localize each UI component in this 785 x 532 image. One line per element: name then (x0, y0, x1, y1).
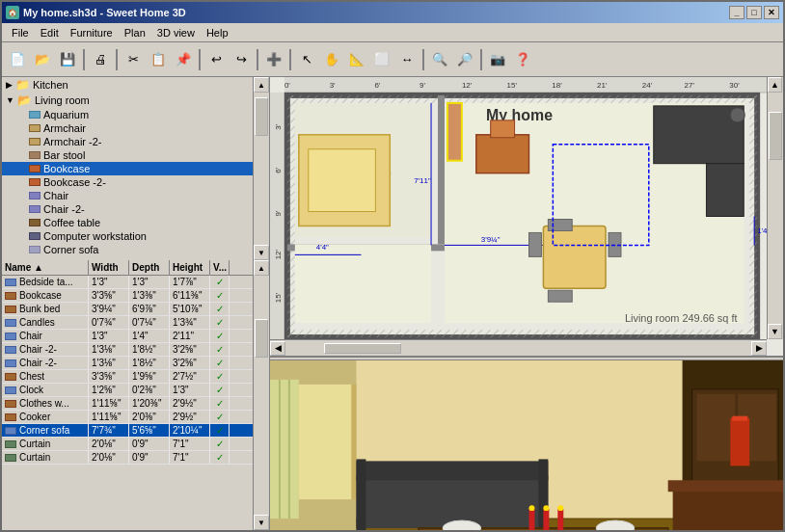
cell-height: 7'1" (170, 438, 210, 450)
vscroll-down[interactable]: ▼ (768, 324, 782, 339)
window-controls: _ □ ✕ (729, 6, 779, 19)
menu-3dview[interactable]: 3D view (151, 25, 201, 40)
svg-rect-25 (287, 95, 295, 337)
floorplan-vscrollbar[interactable]: ▲ ▼ (767, 77, 783, 339)
tree-item-aquarium[interactable]: Aquarium (2, 108, 253, 121)
props-row[interactable]: Corner sofa 7'7¾" 5'6⅝" 2'10¼" ✓ (2, 424, 253, 438)
hscroll-track[interactable] (285, 343, 751, 354)
props-row[interactable]: Cooker 1'11⅝" 2'0⅜" 2'9½" ✓ (2, 411, 253, 424)
cell-width: 7'7¾" (89, 424, 129, 437)
tree-item-chair[interactable]: Chair (2, 189, 253, 202)
tree-scroll-thumb[interactable] (255, 97, 268, 136)
tree-item-bookcase[interactable]: Bookcase (2, 162, 253, 175)
floor-plan[interactable]: 0' 3' 6' 9' 12' 15' 18' 21' 24' 27' 30' … (270, 77, 783, 357)
props-row[interactable]: Chair 1'3" 1'4" 2'11" ✓ (2, 330, 253, 343)
furniture-icon (5, 413, 16, 421)
help-button[interactable]: ❓ (511, 48, 534, 71)
tree-item-kitchen[interactable]: ▶ 📁 Kitchen (2, 77, 253, 93)
tree-item-armchair[interactable]: Armchair (2, 121, 253, 135)
props-scrollbar[interactable]: ▲ ▼ (253, 260, 269, 530)
cell-width: 1'3" (89, 330, 129, 342)
props-row[interactable]: Clothes w... 1'11⅝" 1'20⅜" 2'9½" ✓ (2, 397, 253, 411)
toolbar-separator-7 (480, 49, 482, 70)
props-scroll-track[interactable] (254, 276, 269, 515)
tree-item-bookcase2[interactable]: Bookcase -2- (2, 175, 253, 189)
props-scroll-area: Name ▲ Width Depth Height V... Bedside t… (2, 260, 269, 530)
maximize-button[interactable]: □ (746, 6, 762, 19)
svg-text:24': 24' (642, 81, 653, 90)
menu-help[interactable]: Help (201, 25, 234, 40)
hscroll-left[interactable]: ◀ (270, 341, 285, 356)
copy-button[interactable]: 📋 (147, 48, 170, 71)
save-button[interactable]: 💾 (56, 48, 79, 71)
menu-bar: File Edit Furniture Plan 3D view Help (2, 23, 783, 42)
tree-item-livingroom[interactable]: ▼ 📂 Living room (2, 93, 253, 108)
close-button[interactable]: ✕ (764, 6, 779, 19)
menu-edit[interactable]: Edit (35, 25, 65, 40)
furniture-tree[interactable]: ▶ 📁 Kitchen ▼ 📂 Living room Aquarium (2, 77, 253, 260)
svg-rect-49 (548, 219, 572, 230)
cell-depth: 1'9⅝" (129, 370, 170, 383)
tree-scrollbar[interactable]: ▲ ▼ (253, 77, 269, 260)
tree-item-computer[interactable]: Computer workstation (2, 229, 253, 243)
vscroll-thumb[interactable] (769, 112, 782, 160)
tree-item-chair2[interactable]: Chair -2- (2, 202, 253, 216)
cell-name: Chair (2, 330, 89, 342)
props-row[interactable]: Clock 1'2⅝" 0'2⅜" 1'3" ✓ (2, 384, 253, 397)
zoom-in-button[interactable]: 🔍 (428, 48, 451, 71)
new-button[interactable]: 📄 (6, 48, 29, 71)
vscroll-up[interactable]: ▲ (768, 77, 782, 93)
hscroll-thumb[interactable] (324, 343, 401, 354)
cell-height: 7'1" (170, 451, 210, 464)
menu-file[interactable]: File (6, 25, 35, 40)
props-row[interactable]: Bunk bed 3'9¼" 6'9⅞" 5'10⅞" ✓ (2, 303, 253, 316)
cell-name: Candles (2, 316, 89, 329)
room-tool[interactable]: ⬜ (370, 48, 393, 71)
undo-button[interactable]: ↩ (204, 48, 228, 71)
props-scroll-down[interactable]: ▼ (254, 515, 269, 530)
open-button[interactable]: 📂 (31, 48, 54, 71)
add-furniture-button[interactable]: ➕ (262, 48, 285, 71)
3d-view[interactable]: Koruf.ru (270, 360, 783, 530)
svg-rect-63 (270, 380, 299, 519)
zoom-out-button[interactable]: 🔎 (453, 48, 476, 71)
props-scroll-up[interactable]: ▲ (254, 260, 269, 276)
tree-scroll-down[interactable]: ▼ (254, 245, 269, 260)
tree-item-barstool[interactable]: Bar stool (2, 148, 253, 162)
menu-furniture[interactable]: Furniture (65, 25, 119, 40)
cell-depth: 1'20⅜" (129, 397, 170, 410)
properties-table[interactable]: Name ▲ Width Depth Height V... Bedside t… (2, 260, 253, 530)
pan-tool[interactable]: ✋ (320, 48, 343, 71)
tree-item-cornersofa[interactable]: Corner sofa (2, 243, 253, 256)
props-row[interactable]: Bookcase 3'3⅝" 1'3⅜" 6'11⅜" ✓ (2, 289, 253, 303)
hscroll-right[interactable]: ▶ (751, 341, 767, 356)
props-row[interactable]: Chest 3'3⅝" 1'9⅝" 2'7½" ✓ (2, 370, 253, 384)
print-button[interactable]: 🖨 (89, 48, 112, 71)
svg-text:0': 0' (284, 81, 290, 90)
menu-plan[interactable]: Plan (119, 25, 151, 40)
props-row[interactable]: Bedside ta... 1'3" 1'3" 1'7⅞" ✓ (2, 276, 253, 289)
minimize-button[interactable]: _ (729, 6, 744, 19)
vscroll-track[interactable] (768, 93, 783, 324)
svg-rect-52 (491, 120, 515, 138)
props-row[interactable]: Candles 0'7¾" 0'7¼" 1'3¾" ✓ (2, 316, 253, 330)
props-row[interactable]: Chair -2- 1'3⅛" 1'8½" 3'2⅝" ✓ (2, 343, 253, 357)
tree-item-coffeetable[interactable]: Coffee table (2, 216, 253, 229)
tree-scroll-up[interactable]: ▲ (254, 77, 269, 93)
props-row[interactable]: Curtain 2'0⅛" 0'9" 7'1" ✓ (2, 438, 253, 451)
tree-item-armchair2[interactable]: Armchair -2- (2, 135, 253, 148)
floorplan-hscrollbar[interactable]: ◀ ▶ (270, 339, 767, 356)
select-tool[interactable]: ↖ (295, 48, 318, 71)
svg-text:3': 3' (330, 81, 336, 90)
props-row[interactable]: Curtain 2'0⅛" 0'9" 7'1" ✓ (2, 451, 253, 465)
paste-button[interactable]: 📌 (172, 48, 195, 71)
cut-button[interactable]: ✂ (122, 48, 145, 71)
props-scroll-thumb[interactable] (255, 319, 268, 358)
dimension-tool[interactable]: ↔ (395, 48, 419, 71)
redo-button[interactable]: ↪ (230, 48, 253, 71)
tree-scroll-track[interactable] (254, 93, 269, 245)
wall-tool[interactable]: 📐 (345, 48, 368, 71)
photo-button[interactable]: 📷 (486, 48, 509, 71)
props-row[interactable]: Chair -2- 1'3⅛" 1'8½" 3'2⅝" ✓ (2, 357, 253, 370)
cell-height: 2'11" (170, 330, 210, 342)
